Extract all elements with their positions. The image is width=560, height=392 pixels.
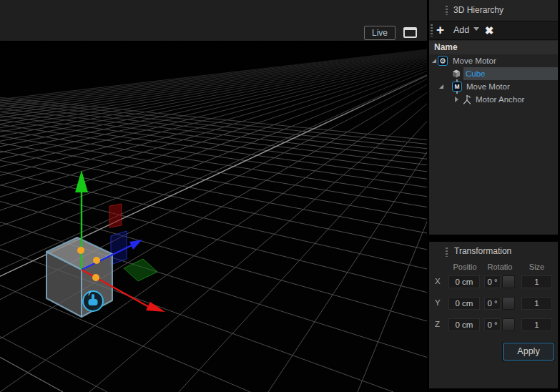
tree-row-label: Move Motor	[453, 54, 496, 67]
cube-icon	[451, 69, 461, 79]
tree-row-cube[interactable]: Cube	[429, 67, 558, 80]
transform-row-y: Y	[429, 297, 558, 310]
transform-row-x: X	[429, 275, 558, 289]
add-button-label: Add	[453, 21, 469, 39]
tree-row-move-motor-2[interactable]: M Move Motor	[429, 80, 558, 93]
plane-handle-xz-green[interactable]	[124, 259, 157, 281]
chevron-down-icon[interactable]	[473, 27, 479, 31]
size-x-input[interactable]	[521, 275, 552, 288]
transform-row-z: Z	[429, 318, 558, 332]
position-z-input[interactable]	[448, 318, 480, 331]
column-header-position: Positio	[448, 263, 481, 271]
rotation-y-picker-button[interactable]	[502, 297, 515, 310]
scene-overlay	[0, 41, 427, 392]
rotation-z-input[interactable]	[484, 318, 501, 331]
axis-label-x: X	[435, 277, 441, 285]
hierarchy-panel-header: 3D Hierarchy	[429, 0, 558, 20]
drag-grip-icon[interactable]	[446, 6, 448, 15]
anchor-icon	[461, 94, 473, 105]
viewport-topbar: Live	[0, 0, 427, 41]
axis-label-z: Z	[435, 320, 440, 328]
expander-open-icon[interactable]	[439, 84, 443, 89]
tree-row-label: Move Motor	[466, 80, 510, 93]
transformation-panel: Transformation Positio Rotatio Size X Y	[429, 242, 558, 388]
rotation-x-input[interactable]	[484, 275, 501, 288]
plus-icon: +	[436, 21, 444, 39]
hierarchy-toolbar: + Add ✖	[429, 21, 558, 40]
column-header-rotation: Rotatio	[483, 263, 516, 271]
maximize-icon[interactable]	[403, 27, 417, 38]
application-window: Live 3D Hierarchy + Add ✖ Name	[0, 0, 560, 392]
expander-open-icon[interactable]	[432, 59, 436, 63]
size-z-input[interactable]	[521, 318, 552, 331]
tree-row-move-motor-1[interactable]: ⚙ Move Motor	[429, 54, 558, 67]
tree-row-motor-anchor[interactable]: Motor Anchor	[429, 93, 558, 106]
apply-button[interactable]: Apply	[503, 343, 554, 361]
hand-cursor-icon	[83, 291, 103, 311]
motor-icon-stem	[456, 79, 458, 82]
expander-closed-icon[interactable]	[455, 97, 458, 102]
rotation-y-input[interactable]	[484, 297, 501, 310]
rotation-z-picker-button[interactable]	[502, 318, 515, 331]
motor-icon: M	[452, 82, 462, 92]
tree-row-label: Cube	[466, 67, 486, 80]
right-panel: 3D Hierarchy + Add ✖ Name ⚙ Move Motor	[429, 0, 558, 392]
delete-button[interactable]: ✖	[482, 21, 496, 40]
name-column-header: Name	[429, 41, 558, 54]
hierarchy-panel: 3D Hierarchy + Add ✖ Name ⚙ Move Motor	[429, 0, 558, 235]
position-x-input[interactable]	[448, 275, 480, 288]
size-y-input[interactable]	[521, 297, 552, 310]
plane-handle-yz-blue[interactable]	[111, 231, 127, 265]
rotation-x-picker-button[interactable]	[502, 275, 515, 288]
axis-label-y: Y	[435, 298, 441, 307]
hierarchy-panel-title: 3D Hierarchy	[453, 5, 503, 15]
tree-row-label: Motor Anchor	[476, 93, 524, 106]
position-y-input[interactable]	[448, 297, 480, 310]
column-header-size: Size	[521, 263, 552, 271]
live-button[interactable]: Live	[364, 26, 396, 40]
drag-grip-icon[interactable]	[446, 248, 448, 257]
drag-grip-icon[interactable]	[431, 24, 433, 36]
gear-icon: ⚙	[438, 56, 448, 66]
3d-viewport[interactable]	[0, 41, 427, 392]
hierarchy-tree: ⚙ Move Motor Cube M	[429, 54, 558, 106]
plane-handle-xy-red[interactable]	[109, 204, 122, 227]
transformation-panel-title: Transformation	[454, 246, 511, 256]
